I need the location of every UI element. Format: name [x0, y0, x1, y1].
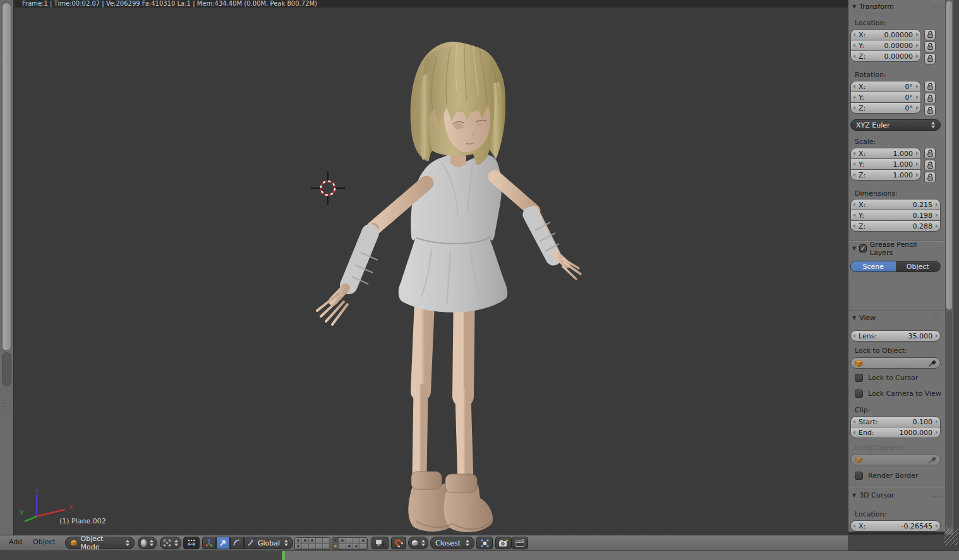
tab-scene[interactable]: Scene: [851, 261, 896, 271]
render-border-checkbox[interactable]: [855, 472, 863, 480]
lock-camera-row[interactable]: Lock Camera to View: [855, 390, 941, 398]
dropdown-arrows-icon: [421, 540, 425, 546]
lock-icon[interactable]: [924, 81, 936, 92]
layer-toggle[interactable]: [323, 538, 330, 544]
snap-element-dropdown[interactable]: [408, 537, 428, 549]
layer-toggle[interactable]: [353, 538, 360, 544]
layer-toggle[interactable]: [360, 538, 367, 544]
opengl-render-still-button[interactable]: [495, 537, 512, 549]
transform-panel-header[interactable]: ▼ Transform ::::: [852, 2, 941, 11]
view-panel-header[interactable]: ▼ View ::::: [852, 313, 941, 323]
location-z-field[interactable]: Z:0.00000: [850, 51, 921, 62]
dropdown-arrows-icon: [174, 540, 178, 546]
rotate-manipulator-button[interactable]: [230, 537, 244, 549]
lock-to-object-field[interactable]: [850, 357, 941, 369]
lens-field[interactable]: Lens:35.000: [850, 330, 941, 342]
layer-toggle[interactable]: [302, 544, 309, 549]
lock-to-cursor-row[interactable]: Lock to Cursor: [855, 374, 918, 382]
cursor-panel-header[interactable]: ▼ 3D Cursor ::::: [852, 491, 941, 500]
manipulator-toggle-button[interactable]: [202, 537, 216, 549]
lock-to-scene-toggle[interactable]: [371, 537, 389, 549]
layer-toggle[interactable]: [316, 544, 323, 549]
translate-manipulator-button[interactable]: [216, 537, 230, 549]
snap-target-dropdown[interactable]: Closest: [430, 537, 474, 549]
tab-object[interactable]: Object: [896, 261, 941, 271]
layer-toggle[interactable]: [346, 538, 353, 544]
cursor-x-field[interactable]: X:-0.26545: [850, 520, 941, 532]
layer-toggle[interactable]: [332, 538, 339, 544]
render-border-row[interactable]: Render Border: [855, 472, 919, 480]
snap-align-rotation-toggle[interactable]: [476, 537, 493, 549]
lock-icon[interactable]: [924, 53, 936, 64]
lock-to-cursor-checkbox[interactable]: [855, 374, 863, 382]
lock-icon[interactable]: [924, 29, 936, 40]
rotation-z-field[interactable]: Z:0°: [850, 102, 921, 114]
region-resize-handle[interactable]: [944, 529, 958, 545]
current-frame-marker[interactable]: [282, 551, 285, 560]
opengl-render-anim-button[interactable]: [512, 537, 528, 549]
eyedropper-icon[interactable]: [928, 456, 936, 464]
clip-start-field[interactable]: Start:0.100: [850, 416, 941, 427]
lock-camera-checkbox[interactable]: [855, 390, 863, 398]
mode-dropdown[interactable]: Object Mode: [65, 537, 135, 549]
clip-end-field[interactable]: End:1000.000: [850, 427, 941, 438]
timeline-before-range[interactable]: [0, 551, 282, 560]
layer-toggle[interactable]: [339, 544, 346, 549]
panel-drag-dots[interactable]: ::::: [932, 317, 941, 319]
manipulate-center-points-toggle[interactable]: [183, 537, 200, 549]
character-model[interactable]: z x y: [15, 0, 848, 535]
scale-z-field[interactable]: Z:1.000: [850, 169, 921, 181]
lock-icon[interactable]: [924, 172, 936, 183]
layer-toggle[interactable]: [323, 544, 330, 549]
lock-icon[interactable]: [924, 148, 936, 159]
snap-toggle-button[interactable]: [391, 537, 406, 549]
layer-toggle[interactable]: [360, 544, 367, 549]
dimensions-x-field[interactable]: X:0.215: [850, 199, 941, 210]
layer-toggle[interactable]: [316, 538, 323, 544]
left-scrollbar-thumb[interactable]: [2, 3, 11, 351]
location-y-field[interactable]: Y:0.00000: [850, 40, 921, 51]
layer-toggle[interactable]: [339, 538, 346, 544]
layer-toggle[interactable]: [295, 538, 302, 544]
lock-icon[interactable]: [924, 160, 936, 171]
layer-toggle[interactable]: [353, 544, 360, 549]
grease-pencil-checkbox[interactable]: ✓: [859, 244, 867, 253]
dimensions-z-field[interactable]: Z:0.288: [850, 220, 941, 232]
sidebar-scrollbar-lower[interactable]: [946, 311, 952, 528]
panel-drag-dots[interactable]: ::::: [932, 494, 941, 497]
dimensions-y-field[interactable]: Y:0.198: [850, 210, 941, 221]
region-drag-dots[interactable]: ::::::::: [3, 404, 12, 409]
left-scrollbar-track-lower[interactable]: [2, 352, 11, 386]
rotation-mode-dropdown[interactable]: XYZ Euler: [850, 119, 941, 131]
layer-content-dot: [311, 539, 313, 542]
lock-icon[interactable]: [924, 93, 936, 104]
rotation-y-field[interactable]: Y:0°: [850, 92, 921, 103]
manipulator-buttons: [202, 537, 258, 549]
layer-toggle[interactable]: [309, 544, 316, 549]
dropdown-arrows-icon: [150, 540, 154, 546]
grease-pencil-panel-header[interactable]: ▼ ✓ Grease Pencil Layers ::: [852, 244, 941, 253]
3d-cursor[interactable]: [311, 171, 345, 205]
scale-y-field[interactable]: Y:1.000: [850, 158, 921, 170]
location-x-field[interactable]: X:0.00000: [850, 29, 921, 40]
panel-drag-dots[interactable]: ::::: [932, 6, 941, 8]
menu-object[interactable]: Object: [33, 538, 56, 546]
scale-x-field[interactable]: X:1.000: [850, 148, 921, 159]
layer-toggle[interactable]: [309, 538, 316, 544]
viewport-shading-dropdown[interactable]: [138, 537, 157, 549]
layer-toggle[interactable]: [332, 544, 339, 549]
lock-icon[interactable]: [924, 105, 936, 116]
lock-icon[interactable]: [924, 41, 936, 52]
rotation-x-field[interactable]: X:0°: [850, 81, 921, 92]
transform-orientation-dropdown[interactable]: Global: [253, 537, 293, 549]
sidebar-scrollbar-thumb[interactable]: [946, 1, 952, 309]
layer-toggle[interactable]: [302, 538, 309, 544]
pivot-point-dropdown[interactable]: [160, 537, 181, 549]
layer-toggle[interactable]: [346, 544, 353, 549]
panel-drag-dots[interactable]: ::: [937, 247, 941, 250]
3d-viewport[interactable]: Frame:1 | Time:00:02.07 | Ve:206299 Fa:4…: [15, 0, 848, 535]
menu-add[interactable]: Add: [9, 538, 22, 546]
layer-toggle[interactable]: [295, 544, 302, 549]
local-camera-field[interactable]: [850, 454, 941, 465]
eyedropper-icon[interactable]: [928, 359, 936, 367]
